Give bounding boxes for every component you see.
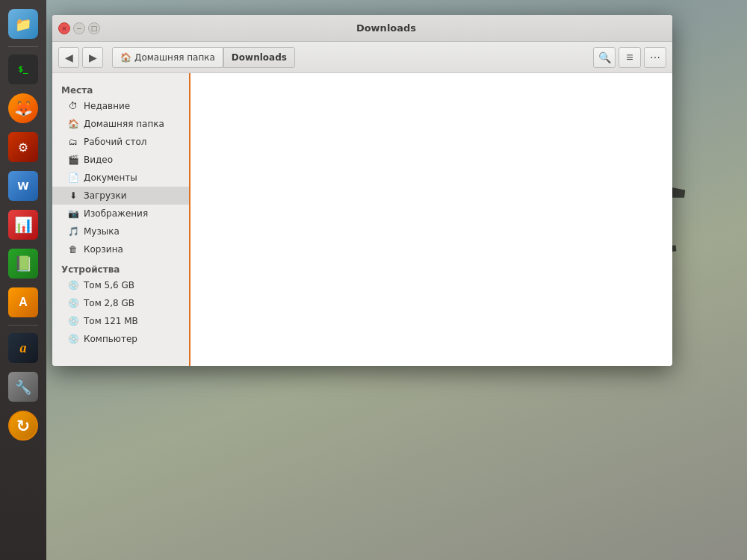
- forward-button[interactable]: ▶: [82, 47, 103, 68]
- system-icon: ⚙: [18, 140, 28, 155]
- close-button[interactable]: ×: [58, 22, 70, 34]
- launcher-item-terminal[interactable]: $_: [5, 52, 41, 87]
- toolbar-actions: 🔍 ≡ ⋯: [593, 47, 666, 68]
- minimize-button[interactable]: −: [73, 22, 85, 34]
- sidebar-item-videos[interactable]: 🎬 Видео: [52, 151, 189, 169]
- list-view-button[interactable]: ≡: [619, 47, 641, 68]
- sidebar-devices-title: Устройства: [52, 261, 189, 276]
- file-area[interactable]: [190, 73, 672, 366]
- launcher: 📁 $_ 🦊 ⚙ W 📊 📗 A: [0, 0, 46, 560]
- music-icon: 🎵: [67, 225, 79, 237]
- sidebar-vol1-label: Том 5,6 GB: [84, 280, 134, 290]
- forward-icon: ▶: [89, 52, 97, 63]
- sidebar-downloads-label: Загрузки: [84, 190, 127, 201]
- sidebar-videos-label: Видео: [84, 155, 113, 165]
- sidebar-item-vol2[interactable]: 💿 Том 2,8 GB: [52, 294, 189, 312]
- sidebar-item-recent[interactable]: ⏱ Недавние: [52, 97, 189, 115]
- toolbar: ◀ ▶ 🏠 Домашняя папка Downloads 🔍 ≡ ⋯: [52, 42, 672, 73]
- content-area: Места ⏱ Недавние 🏠 Домашняя папка 🗂 Рабо…: [52, 73, 672, 366]
- documents-icon: 📄: [67, 172, 79, 184]
- minimize-icon: −: [76, 25, 82, 32]
- computer-icon: 💿: [67, 333, 79, 345]
- sidebar-item-pictures[interactable]: 📷 Изображения: [52, 205, 189, 223]
- maximize-button[interactable]: □: [88, 22, 100, 34]
- home-icon: 🏠: [120, 52, 131, 63]
- path-active-label: Downloads: [232, 52, 287, 63]
- update-icon: ↻: [16, 417, 30, 435]
- volume3-icon: 💿: [67, 315, 79, 327]
- sidebar-item-home[interactable]: 🏠 Домашняя папка: [52, 115, 189, 133]
- sidebar-desktop-label: Рабочий стол: [84, 137, 146, 147]
- pictures-icon: 📷: [67, 208, 79, 220]
- grid-view-button[interactable]: ⋯: [644, 47, 666, 68]
- close-icon: ×: [61, 25, 67, 32]
- launcher-item-impress[interactable]: 📊: [5, 207, 41, 243]
- sidebar-recent-label: Недавние: [84, 101, 130, 111]
- launcher-item-update[interactable]: ↻: [5, 408, 41, 444]
- volume1-icon: 💿: [67, 279, 79, 291]
- back-button[interactable]: ◀: [58, 47, 79, 68]
- path-home-segment[interactable]: 🏠 Домашняя папка: [112, 47, 223, 68]
- appstore-icon: A: [19, 296, 28, 309]
- files-icon: 📁: [15, 16, 31, 32]
- sidebar-documents-label: Документы: [84, 172, 137, 183]
- path-home-label: Домашняя папка: [134, 52, 215, 63]
- desktop-icon: 🗂: [67, 136, 79, 148]
- sidebar-item-computer[interactable]: 💿 Компьютер: [52, 330, 189, 348]
- launcher-item-settings[interactable]: 🔧: [5, 369, 41, 405]
- launcher-divider-1: [8, 46, 38, 47]
- sidebar-vol3-label: Том 121 MB: [84, 316, 138, 326]
- calc-icon: 📗: [14, 255, 33, 273]
- launcher-item-amazon[interactable]: a: [5, 330, 41, 366]
- path-active-segment[interactable]: Downloads: [223, 47, 295, 68]
- back-icon: ◀: [65, 52, 73, 63]
- trash-icon: 🗑: [67, 243, 79, 255]
- list-view-icon: ≡: [626, 51, 633, 64]
- sidebar-item-vol3[interactable]: 💿 Том 121 MB: [52, 312, 189, 330]
- path-bar: 🏠 Домашняя папка Downloads: [112, 47, 584, 68]
- sidebar-item-music[interactable]: 🎵 Музыка: [52, 223, 189, 240]
- launcher-item-firefox[interactable]: 🦊: [5, 90, 41, 126]
- grid-view-icon: ⋯: [650, 52, 661, 63]
- sidebar-item-trash[interactable]: 🗑 Корзина: [52, 240, 189, 258]
- nautilus-window: × − □ Downloads ◀ ▶ 🏠 Домашняя папка Dow…: [52, 15, 672, 366]
- launcher-item-appstore[interactable]: A: [5, 284, 41, 320]
- sidebar-pictures-label: Изображения: [84, 208, 148, 219]
- launcher-divider-2: [8, 325, 38, 326]
- launcher-item-files[interactable]: 📁: [5, 6, 41, 42]
- home-folder-icon: 🏠: [67, 118, 79, 130]
- title-bar: × − □ Downloads: [52, 15, 672, 42]
- sidebar-item-documents[interactable]: 📄 Документы: [52, 169, 189, 187]
- sidebar-home-label: Домашняя папка: [84, 119, 164, 129]
- sidebar-item-desktop[interactable]: 🗂 Рабочий стол: [52, 133, 189, 151]
- writer-icon: W: [17, 180, 28, 192]
- impress-icon: 📊: [14, 216, 33, 234]
- firefox-icon: 🦊: [14, 99, 33, 117]
- amazon-icon: a: [20, 340, 27, 356]
- sidebar-item-vol1[interactable]: 💿 Том 5,6 GB: [52, 276, 189, 294]
- launcher-item-calc[interactable]: 📗: [5, 246, 41, 281]
- sidebar: Места ⏱ Недавние 🏠 Домашняя папка 🗂 Рабо…: [52, 73, 190, 366]
- sidebar-item-downloads[interactable]: ⬇ Загрузки: [52, 187, 189, 205]
- sidebar-places-title: Места: [52, 82, 189, 97]
- launcher-item-writer[interactable]: W: [5, 168, 41, 204]
- volume2-icon: 💿: [67, 297, 79, 309]
- terminal-icon: $_: [18, 64, 28, 74]
- videos-icon: 🎬: [67, 154, 79, 166]
- sidebar-computer-label: Компьютер: [84, 334, 137, 344]
- window-title: Downloads: [106, 22, 666, 34]
- search-icon: 🔍: [598, 52, 611, 63]
- sidebar-music-label: Музыка: [84, 226, 120, 237]
- window-controls: × − □: [58, 22, 100, 34]
- search-button[interactable]: 🔍: [593, 47, 616, 68]
- sidebar-trash-label: Корзина: [84, 244, 123, 255]
- launcher-item-unity[interactable]: ⚙: [5, 129, 41, 165]
- maximize-icon: □: [91, 25, 98, 32]
- recent-icon: ⏱: [67, 100, 79, 112]
- downloads-icon: ⬇: [67, 190, 79, 202]
- settings-icon: 🔧: [15, 379, 31, 395]
- sidebar-vol2-label: Том 2,8 GB: [84, 298, 134, 308]
